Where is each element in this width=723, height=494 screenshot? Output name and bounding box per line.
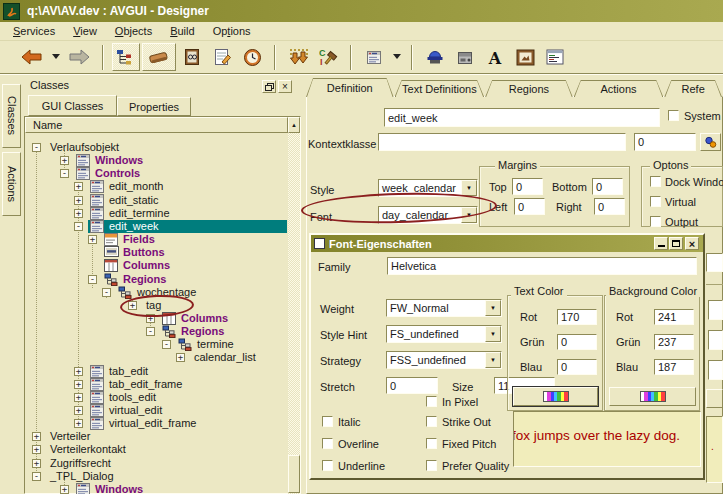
margin-left-field[interactable]: 0 xyxy=(514,198,545,215)
background-color-rot-field[interactable]: 241 xyxy=(654,309,694,325)
code-window-button[interactable] xyxy=(541,43,569,71)
tree-item-fields[interactable]: +Fields xyxy=(25,233,287,246)
expand-plus-icon[interactable]: + xyxy=(74,209,83,218)
collapse-minus-icon[interactable]: - xyxy=(60,169,69,178)
edit-notes-button[interactable] xyxy=(208,43,236,71)
tree-scrollbar-thumb[interactable] xyxy=(288,455,300,493)
dock-tab-classes[interactable]: Classes xyxy=(2,84,21,148)
combo-arrow-icon[interactable]: ▼ xyxy=(485,300,501,316)
forms-dropdown[interactable] xyxy=(390,43,403,71)
checkbox-strike-out[interactable] xyxy=(426,416,437,427)
eraser-toggle[interactable] xyxy=(142,43,176,71)
expand-plus-icon[interactable]: + xyxy=(74,419,83,428)
kontext-number-field[interactable]: 0 xyxy=(634,133,696,151)
tree-item-tools-edit[interactable]: +tools_edit xyxy=(25,391,287,404)
stretch-field[interactable]: 0 xyxy=(386,377,438,394)
tree-item-windows[interactable]: +Windows xyxy=(25,483,287,494)
covered-field[interactable] xyxy=(708,330,723,350)
combo-arrow-icon[interactable]: ▼ xyxy=(485,352,501,368)
checkbox-output[interactable] xyxy=(650,216,661,227)
class-tree-toggle[interactable] xyxy=(112,43,140,71)
expand-plus-icon[interactable]: + xyxy=(32,432,41,441)
strategy-combobox[interactable]: FSS_undefined▼ xyxy=(386,351,502,369)
covered-field[interactable] xyxy=(708,360,723,380)
combo-arrow-icon[interactable]: ▼ xyxy=(461,180,477,196)
maximize-icon[interactable] xyxy=(669,237,683,250)
tree-item-termine[interactable]: -termine xyxy=(25,338,287,351)
scroll-up-icon[interactable]: ▲ xyxy=(288,117,300,133)
close-icon[interactable]: × xyxy=(685,237,699,250)
expand-plus-icon[interactable]: + xyxy=(60,156,69,165)
tree-item-tab-edit-frame[interactable]: +tab_edit_frame xyxy=(25,378,287,391)
tab-properties[interactable]: Properties xyxy=(117,97,191,116)
checkbox-italic[interactable] xyxy=(322,416,333,427)
tree-item-virtual-edit[interactable]: +virtual_edit xyxy=(25,404,287,417)
tab-actions[interactable]: Actions xyxy=(574,80,664,97)
collapse-minus-icon[interactable]: - xyxy=(162,340,171,349)
checkbox-prefer-quality[interactable] xyxy=(426,460,437,471)
tree-item-verlaufsobjekt[interactable]: -Verlaufsobjekt xyxy=(25,141,287,154)
tree-item-calendar-list[interactable]: +calendar_list xyxy=(25,351,287,364)
margin-top-field[interactable]: 0 xyxy=(512,178,543,195)
collapse-minus-icon[interactable]: - xyxy=(32,472,41,481)
checkbox-virtual[interactable] xyxy=(650,196,661,207)
dock-tab-actions[interactable]: Actions xyxy=(2,152,21,216)
collapse-minus-icon[interactable]: - xyxy=(32,143,41,152)
kontextklasse-field[interactable] xyxy=(378,133,626,151)
tree-item-zugriffsrecht[interactable]: +Zugriffsrecht xyxy=(25,457,287,470)
text-color-blau-field[interactable]: 0 xyxy=(557,359,597,375)
tree-item-edit-month[interactable]: +edit_month xyxy=(25,180,287,193)
tree-item-edit-termine[interactable]: +edit_termine xyxy=(25,207,287,220)
tree-item-verteilerkontakt[interactable]: +Verteilerkontakt xyxy=(25,443,287,456)
collapse-minus-icon[interactable]: - xyxy=(102,288,111,297)
text-color-gr-n-field[interactable]: 0 xyxy=(557,334,597,350)
weight-combobox[interactable]: FW_Normal▼ xyxy=(386,299,502,317)
expand-plus-icon[interactable]: + xyxy=(74,196,83,205)
tab-regions[interactable]: Regions xyxy=(485,80,573,97)
style-hint-combobox[interactable]: FS_undefined▼ xyxy=(386,325,502,343)
font-button[interactable]: A xyxy=(481,43,509,71)
library-button[interactable] xyxy=(178,43,206,71)
covered-button[interactable] xyxy=(706,389,723,408)
family-field[interactable]: Helvetica xyxy=(387,257,697,275)
forward-button[interactable] xyxy=(64,43,94,71)
expand-plus-icon[interactable]: + xyxy=(74,182,83,191)
forms-button[interactable] xyxy=(360,43,388,71)
tab-text-definitions[interactable]: Text Definitions xyxy=(395,80,485,97)
covered-field[interactable] xyxy=(708,300,723,320)
font-dialog-titlebar[interactable]: Font-Eigenschaften xyxy=(311,235,703,252)
back-history-dropdown[interactable] xyxy=(49,43,62,71)
expand-plus-icon[interactable]: + xyxy=(60,485,69,494)
tree-item-buttons[interactable]: Buttons xyxy=(25,246,287,259)
covered-field[interactable] xyxy=(706,253,723,272)
menu-item-build[interactable]: Build xyxy=(161,23,203,39)
collapse-minus-icon[interactable]: - xyxy=(88,275,97,284)
checkbox-fixed-pitch[interactable] xyxy=(426,438,437,449)
minimize-icon[interactable] xyxy=(654,237,668,250)
tab-gui-classes[interactable]: GUI Classes xyxy=(28,95,117,116)
back-button[interactable] xyxy=(17,43,47,71)
panel-close-icon[interactable]: × xyxy=(278,80,292,93)
in-pixel-checkbox[interactable] xyxy=(426,396,437,407)
tree-item-edit-week[interactable]: -edit_week xyxy=(25,220,287,233)
margin-bottom-field[interactable]: 0 xyxy=(592,178,623,195)
expand-plus-icon[interactable]: + xyxy=(74,393,83,402)
panel-restore-button[interactable] xyxy=(262,80,276,93)
system-checkbox[interactable] xyxy=(668,110,679,121)
tree-scrollbar-track[interactable] xyxy=(288,133,300,494)
kontext-lookup-button[interactable] xyxy=(700,133,721,151)
history-button[interactable] xyxy=(238,43,266,71)
tab-definition[interactable]: Definition xyxy=(306,78,394,97)
background-color-picker-button[interactable] xyxy=(609,387,696,406)
tab-refe[interactable]: Refe xyxy=(664,80,722,97)
tree-item-tab-edit[interactable]: +tab_edit xyxy=(25,365,287,378)
class-name-field[interactable]: edit_week xyxy=(384,108,660,127)
tree-item-verteiler[interactable]: +Verteiler xyxy=(25,430,287,443)
tree-column-header[interactable]: Name xyxy=(25,117,288,133)
tree-item-regions[interactable]: -Regions xyxy=(25,273,287,286)
checkbox-underline[interactable] xyxy=(322,460,333,471)
stamp-button[interactable] xyxy=(421,43,449,71)
tree-item-tpl-dialog[interactable]: -_TPL_Dialog xyxy=(25,470,287,483)
text-color-picker-button[interactable] xyxy=(513,387,598,406)
compile-button[interactable]: CI xyxy=(314,43,342,71)
